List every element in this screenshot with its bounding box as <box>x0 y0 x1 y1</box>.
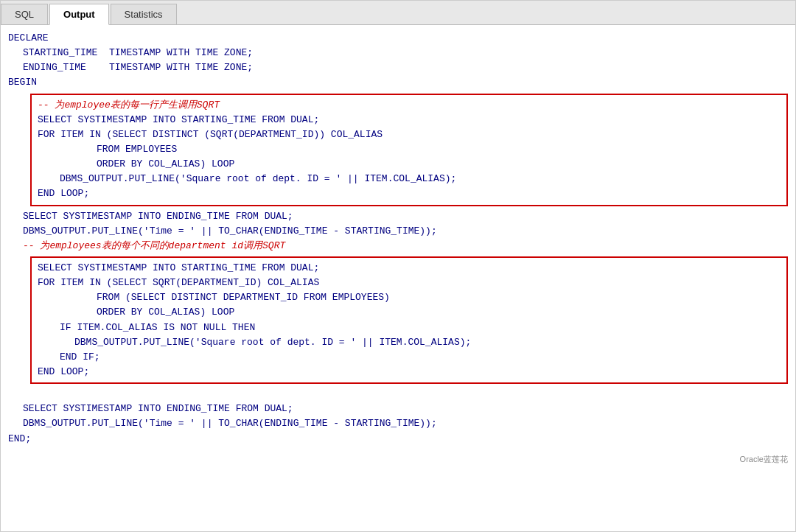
red-box-1: -- 为employee表的每一行产生调用SQRT SELECT SYSTIME… <box>30 94 788 206</box>
line-select2: SELECT SYSTIMESTAMP INTO ENDING_TIME FRO… <box>8 209 788 224</box>
blank-line <box>8 387 788 402</box>
tab-bar: SQL Output Statistics <box>1 1 795 25</box>
line-from1: FROM EMPLOYEES <box>38 142 781 157</box>
line-endif1: END IF; <box>38 350 781 365</box>
line-dbms3: DBMS_OUTPUT.PUT_LINE('Square root of dep… <box>38 335 781 350</box>
line-order1: ORDER BY COL_ALIAS) LOOP <box>38 157 781 172</box>
tab-sql[interactable]: SQL <box>1 4 48 24</box>
line-from2: FROM (SELECT DISTINCT DEPARTMENT_ID FROM… <box>38 290 781 305</box>
line-for2: FOR ITEM IN (SELECT SQRT(DEPARTMENT_ID) … <box>38 276 781 290</box>
line-dbms4: DBMS_OUTPUT.PUT_LINE('Time = ' || TO_CHA… <box>8 416 788 431</box>
watermark-area: Oracle蓝莲花 <box>8 452 788 467</box>
line-begin: BEGIN <box>8 75 788 90</box>
line-endloop1: END LOOP; <box>38 186 781 201</box>
tab-output[interactable]: Output <box>49 4 109 25</box>
line-order2: ORDER BY COL_ALIAS) LOOP <box>38 305 781 320</box>
line-endloop2: END LOOP; <box>38 365 781 379</box>
main-window: SQL Output Statistics DECLARE STARTING_T… <box>0 0 796 532</box>
red-box-2: SELECT SYSTIMESTAMP INTO STARTING_TIME F… <box>30 256 788 384</box>
line-for1: FOR ITEM IN (SELECT DISTINCT (SQRT(DEPAR… <box>38 127 781 142</box>
line-dbms2: DBMS_OUTPUT.PUT_LINE('Time = ' || TO_CHA… <box>8 224 788 239</box>
line-comment1: -- 为employee表的每一行产生调用SQRT <box>38 98 781 113</box>
line-select3: SELECT SYSTIMESTAMP INTO STARTING_TIME F… <box>38 261 781 276</box>
tab-statistics[interactable]: Statistics <box>111 4 177 24</box>
line-select1: SELECT SYSTIMESTAMP INTO STARTING_TIME F… <box>38 113 781 127</box>
line-dbms1: DBMS_OUTPUT.PUT_LINE('Square root of dep… <box>38 172 781 186</box>
line-declare: DECLARE <box>8 31 788 46</box>
watermark-text: Oracle蓝莲花 <box>740 455 788 463</box>
line-ending-decl: ENDING_TIME TIMESTAMP WITH TIME ZONE; <box>8 60 788 75</box>
code-area: DECLARE STARTING_TIME TIMESTAMP WITH TIM… <box>1 25 795 473</box>
line-if1: IF ITEM.COL_ALIAS IS NOT NULL THEN <box>38 321 781 335</box>
line-comment2: -- 为employees表的每个不同的department id调用SQRT <box>8 239 788 253</box>
line-starting-decl: STARTING_TIME TIMESTAMP WITH TIME ZONE; <box>8 46 788 60</box>
line-select4: SELECT SYSTIMESTAMP INTO ENDING_TIME FRO… <box>8 402 788 416</box>
line-end: END; <box>8 432 788 447</box>
